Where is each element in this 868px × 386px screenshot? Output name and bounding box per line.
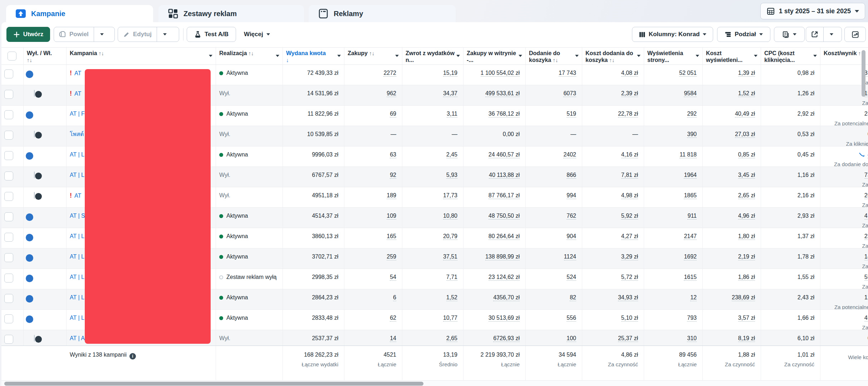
warning-icon: ! xyxy=(70,90,72,97)
campaign-link[interactable]: AT xyxy=(74,91,81,97)
metric-website-purchases: 40 113,88 zł xyxy=(464,167,526,187)
edit-button[interactable]: Edytuj xyxy=(118,27,157,42)
campaign-link[interactable]: AT | S xyxy=(70,213,85,219)
row-checkbox[interactable] xyxy=(4,274,13,283)
row-checkbox[interactable] xyxy=(4,131,13,140)
edit-dropdown[interactable] xyxy=(157,27,173,42)
metric-value: 11 818 xyxy=(680,151,697,158)
metric-value: 524 xyxy=(567,274,576,281)
row-checkbox[interactable] xyxy=(4,172,13,180)
col-header-koszt-wynik[interactable]: Koszt/wynik ↑↓ xyxy=(820,48,868,64)
vertical-scrollbar-thumb[interactable] xyxy=(862,50,865,97)
col-header-realizacja[interactable]: Realizacja ↑↓ xyxy=(216,48,283,64)
campaign-link[interactable]: AT | L xyxy=(70,233,84,239)
col-header-zakupy-witryna[interactable]: Zakupy w witrynie -... xyxy=(464,48,526,64)
select-all-checkbox[interactable] xyxy=(8,52,16,61)
column-menu-caret-icon[interactable] xyxy=(696,55,699,57)
campaign-toggle[interactable] xyxy=(34,131,35,137)
column-menu-caret-icon[interactable] xyxy=(754,55,757,57)
tab-reklamy[interactable]: Reklamy xyxy=(309,5,456,22)
campaign-link[interactable]: AT | F xyxy=(70,111,85,117)
campaign-link[interactable]: AT xyxy=(74,70,81,76)
row-checkbox[interactable] xyxy=(4,212,13,221)
column-menu-caret-icon[interactable] xyxy=(209,55,212,57)
campaign-toggle[interactable] xyxy=(34,192,35,199)
col-header-kampania[interactable]: Kampania ↑↓ xyxy=(67,48,216,64)
campaign-link[interactable]: AT | A xyxy=(70,335,85,341)
row-checkbox[interactable] xyxy=(4,192,13,201)
col-header-zakupy[interactable]: Zakupy ↑↓ xyxy=(344,48,402,64)
row-checkbox[interactable] xyxy=(4,335,13,344)
column-menu-caret-icon[interactable] xyxy=(395,55,399,57)
columns-button[interactable]: Kolumny: Konrad xyxy=(632,27,713,42)
row-checkbox[interactable] xyxy=(4,253,13,262)
col-header-wydana-kwota[interactable]: Wydana kwota ↓ xyxy=(283,48,344,64)
metric-roas: 2,45 xyxy=(402,146,464,167)
charts-button[interactable] xyxy=(844,27,866,42)
campaign-toggle[interactable] xyxy=(34,90,35,97)
export-button[interactable] xyxy=(806,27,824,42)
campaign-link[interactable]: AT | L xyxy=(70,172,84,178)
col-header-onoff[interactable]: Wył. / Wł. ↑↓ xyxy=(24,48,67,64)
create-button[interactable]: Utwórz xyxy=(6,27,50,42)
campaign-link[interactable]: AT xyxy=(74,193,81,199)
column-menu-caret-icon[interactable] xyxy=(813,55,817,57)
duplicate-dropdown[interactable] xyxy=(94,27,110,42)
pencil-icon xyxy=(123,31,130,38)
delivery-status: Zestaw reklam wyłą xyxy=(226,274,276,280)
metric-cost-per-result: 26,2Za za xyxy=(820,187,868,207)
row-checkbox[interactable] xyxy=(4,314,13,323)
row-checkbox[interactable] xyxy=(4,294,13,303)
metric-amount-spent: 2833,48 zł xyxy=(283,310,344,330)
row-checkbox[interactable] xyxy=(4,90,13,99)
export-dropdown[interactable] xyxy=(824,27,839,42)
col-header-wyswietlenia[interactable]: Wyświetlenia strony... xyxy=(644,48,703,64)
campaign-link[interactable]: โพสต์ xyxy=(70,131,84,137)
toggle-knob xyxy=(35,173,42,179)
tab-zestawy-reklam[interactable]: Zestawy reklam xyxy=(158,5,304,22)
delivery-status: Aktywna xyxy=(226,151,248,158)
horizontal-scrollbar[interactable] xyxy=(1,380,868,386)
metric-value: 2,65 zł xyxy=(738,192,755,199)
info-icon[interactable]: i xyxy=(129,353,136,360)
column-menu-caret-icon[interactable] xyxy=(519,55,522,57)
column-menu-caret-icon[interactable] xyxy=(575,55,579,57)
breakdown-button[interactable]: Podział xyxy=(717,27,770,42)
horizontal-scrollbar-thumb[interactable] xyxy=(4,382,423,386)
duplicate-button[interactable]: Powiel xyxy=(54,27,94,42)
campaign-toggle[interactable] xyxy=(34,335,35,342)
row-checkbox[interactable] xyxy=(4,151,13,160)
row-checkbox[interactable] xyxy=(4,69,13,78)
metric-purchases: 63 xyxy=(344,146,402,167)
export-icon xyxy=(811,31,818,38)
toolbar: Utwórz Powiel Edytuj xyxy=(1,27,868,42)
col-header-zwrot[interactable]: Zwrot z wydatków n... xyxy=(402,48,464,64)
ab-test-button[interactable]: Test A/B xyxy=(187,27,236,42)
col-header-dodanie-koszyka[interactable]: Dodanie do koszyka ↑↓ xyxy=(526,48,582,64)
row-checkbox[interactable] xyxy=(4,233,13,242)
date-range-picker[interactable]: 1 sty 2025 – 31 sie 2025 xyxy=(760,3,865,19)
col-header-koszt-wyswietlen[interactable]: Koszt wyświetleni... xyxy=(703,48,761,64)
tab-kampanie[interactable]: Kampanie xyxy=(6,5,153,22)
campaign-link[interactable]: AT | L xyxy=(70,151,84,158)
campaign-link[interactable]: AT | L xyxy=(70,294,84,300)
col-header-koszt-dodania[interactable]: Koszt dodania do koszyka ↑↓ xyxy=(582,48,644,64)
metric-amount-spent: 11 822,96 zł xyxy=(283,106,344,126)
campaign-link[interactable]: AT | L xyxy=(70,254,84,260)
campaign-toggle[interactable] xyxy=(34,172,35,178)
campaign-link[interactable]: AT | L xyxy=(70,315,84,321)
more-button[interactable]: Więcej xyxy=(244,27,270,42)
select-all-header[interactable] xyxy=(1,48,24,64)
column-menu-caret-icon[interactable] xyxy=(637,55,641,57)
total-sub-label: Łącznie xyxy=(348,361,396,368)
sort-arrows-icon: ↑↓ xyxy=(247,50,254,56)
col-header-cpc[interactable]: CPC (koszt kliknięcia... xyxy=(761,48,820,64)
campaign-link[interactable]: AT | L xyxy=(70,274,84,280)
row-checkbox[interactable] xyxy=(4,110,13,119)
reports-button[interactable] xyxy=(774,27,805,42)
column-menu-caret-icon[interactable] xyxy=(456,55,460,57)
metric-value: 1615 xyxy=(684,274,697,281)
column-menu-caret-icon[interactable] xyxy=(276,55,279,57)
metric-purchases: 6 xyxy=(344,289,402,309)
column-menu-caret-icon[interactable] xyxy=(337,55,341,57)
